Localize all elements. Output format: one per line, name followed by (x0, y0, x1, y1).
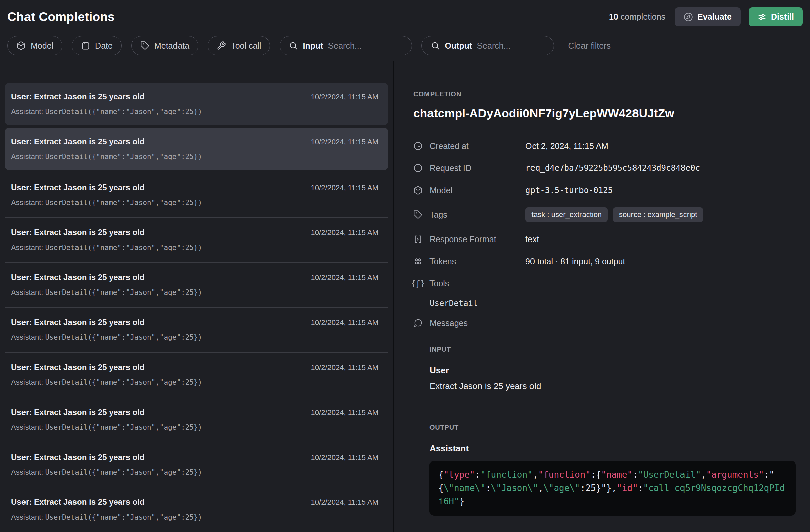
detail-row-tags: Tags task : user_extractionsource : exam… (414, 207, 796, 222)
tags-chips: task : user_extractionsource : example_s… (525, 207, 703, 222)
item-timestamp: 10/2/2024, 11:15 AM (311, 318, 378, 327)
item-user-line: User: Extract Jason is 25 years old (11, 136, 145, 147)
completion-detail-panel: COMPLETION chatcmpl-ADyAodii0NF7ig7yLepW… (393, 61, 810, 532)
item-timestamp: 10/2/2024, 11:15 AM (311, 93, 378, 101)
output-role: Assistant (430, 444, 796, 454)
tag-chip: source : example_script (613, 207, 703, 222)
metadata-icon (140, 41, 150, 50)
item-user-line: User: Extract Jason is 25 years old (11, 407, 145, 417)
output-search-label: Output (444, 41, 472, 51)
tag-chip: task : user_extraction (525, 207, 608, 222)
response-format-value: text (525, 234, 539, 244)
code-token: , (533, 470, 538, 480)
detail-row-created-at: Created at Oct 2, 2024, 11:15 AM (414, 141, 796, 151)
tokens-value: 90 total · 81 input, 9 output (525, 256, 625, 266)
request-id-value: req_d4e7ba759225b595c584243d9c848e0c (525, 163, 700, 173)
created-at-value: Oct 2, 2024, 11:15 AM (525, 141, 608, 151)
input-role: User (430, 365, 796, 376)
completion-list-item[interactable]: User: Extract Jason is 25 years old 10/2… (5, 398, 388, 443)
output-search[interactable]: Output (421, 36, 554, 55)
model-icon (16, 41, 26, 50)
chat-bubble-icon (414, 318, 423, 328)
info-icon (414, 163, 423, 173)
output-code-block: {"type":"function","function":{"name":"U… (430, 461, 796, 516)
detail-row-tokens: Tokens 90 total · 81 input, 9 output (414, 256, 796, 266)
code-token: "id" (617, 483, 638, 493)
item-user-line: User: Extract Jason is 25 years old (11, 272, 145, 282)
item-assistant-line: Assistant: UserDetail({"name":"Jason","a… (11, 198, 378, 207)
clock-icon (414, 141, 423, 151)
code-token: "function" (538, 470, 590, 480)
item-assistant-line: Assistant: UserDetail({"name":"Jason","a… (11, 423, 378, 432)
filter-pill-date[interactable]: Date (72, 36, 122, 55)
response-format-icon (414, 234, 423, 244)
code-token: "arguments" (706, 470, 764, 480)
tool-item: UserDetail (430, 299, 796, 308)
page-header: Chat Completions 10 completions Evaluate… (0, 0, 810, 61)
model-icon (414, 185, 423, 195)
detail-row-model: Model gpt-3.5-turbo-0125 (414, 185, 796, 195)
tools-icon: {ƒ} (414, 279, 423, 288)
completion-list-item[interactable]: User: Extract Jason is 25 years old 10/2… (5, 487, 388, 532)
tag-icon (414, 210, 423, 219)
output-search-field[interactable] (477, 41, 545, 51)
item-assistant-line: Assistant: UserDetail({"name":"Jason","a… (11, 513, 378, 522)
completion-list-item[interactable]: User: Extract Jason is 25 years old 10/2… (5, 128, 388, 170)
completion-list-item[interactable]: User: Extract Jason is 25 years old 10/2… (5, 443, 388, 487)
detail-row-request-id: Request ID req_d4e7ba759225b595c584243d9… (414, 163, 796, 173)
item-timestamp: 10/2/2024, 11:15 AM (311, 408, 378, 417)
input-section-label: INPUT (430, 346, 796, 353)
item-timestamp: 10/2/2024, 11:15 AM (311, 183, 378, 192)
evaluate-button[interactable]: Evaluate (675, 7, 741, 27)
item-timestamp: 10/2/2024, 11:15 AM (311, 273, 378, 282)
item-user-line: User: Extract Jason is 25 years old (11, 362, 145, 372)
code-token: "UserDetail" (638, 470, 701, 480)
code-token: "type" (443, 470, 475, 480)
item-timestamp: 10/2/2024, 11:15 AM (311, 498, 378, 507)
filter-pill-metadata[interactable]: Metadata (131, 36, 198, 55)
code-token: { (438, 470, 443, 480)
tool-call-icon (217, 41, 226, 50)
code-token: : (638, 483, 643, 493)
code-token: } (459, 496, 465, 506)
model-value: gpt-3.5-turbo-0125 (525, 185, 613, 195)
code-token: :25}"}, (580, 483, 617, 493)
completions-list: User: Extract Jason is 25 years old 10/2… (0, 61, 393, 532)
completion-list-item[interactable]: User: Extract Jason is 25 years old 10/2… (5, 173, 388, 218)
completion-list-item[interactable]: User: Extract Jason is 25 years old 10/2… (5, 307, 388, 352)
item-user-line: User: Extract Jason is 25 years old (11, 92, 145, 102)
item-assistant-line: Assistant: UserDetail({"name":"Jason","a… (11, 378, 378, 387)
item-user-line: User: Extract Jason is 25 years old (11, 317, 145, 327)
item-assistant-line: Assistant: UserDetail({"name":"Jason","a… (11, 243, 378, 252)
completion-id: chatcmpl-ADyAodii0NF7ig7yLepWW428UJtZw (414, 107, 796, 120)
completion-list-item[interactable]: User: Extract Jason is 25 years old 10/2… (5, 218, 388, 263)
completion-section-label: COMPLETION (414, 90, 796, 98)
code-token: : (475, 470, 481, 480)
item-timestamp: 10/2/2024, 11:15 AM (311, 363, 378, 372)
detail-row-tools: {ƒ} Tools (414, 278, 796, 288)
completion-list-item[interactable]: User: Extract Jason is 25 years old 10/2… (5, 263, 388, 307)
tokens-icon (414, 256, 423, 266)
distill-button[interactable]: Distill (749, 7, 803, 27)
item-assistant-line: Assistant: UserDetail({"name":"Jason","a… (11, 107, 378, 116)
filter-pill-tool-call[interactable]: Tool call (208, 36, 270, 55)
code-token: :{ (590, 470, 601, 480)
filter-pill-model[interactable]: Model (7, 36, 62, 55)
code-token: : (486, 483, 491, 493)
clear-filters-button[interactable]: Clear filters (568, 41, 610, 51)
input-search[interactable]: Input (279, 36, 412, 55)
item-assistant-line: Assistant: UserDetail({"name":"Jason","a… (11, 468, 378, 477)
item-timestamp: 10/2/2024, 11:15 AM (311, 137, 378, 146)
code-token: \"age\" (543, 483, 580, 493)
code-token: "function" (480, 470, 533, 480)
item-user-line: User: Extract Jason is 25 years old (11, 452, 145, 462)
code-token: : (632, 470, 638, 480)
completion-list-item[interactable]: User: Extract Jason is 25 years old 10/2… (5, 352, 388, 398)
input-search-field[interactable] (328, 41, 403, 51)
input-message-text: Extract Jason is 25 years old (430, 381, 796, 392)
item-timestamp: 10/2/2024, 11:15 AM (311, 229, 378, 237)
code-token: "name" (601, 470, 632, 480)
item-timestamp: 10/2/2024, 11:15 AM (311, 453, 378, 462)
item-user-line: User: Extract Jason is 25 years old (11, 182, 145, 193)
completion-list-item[interactable]: User: Extract Jason is 25 years old 10/2… (5, 83, 388, 125)
